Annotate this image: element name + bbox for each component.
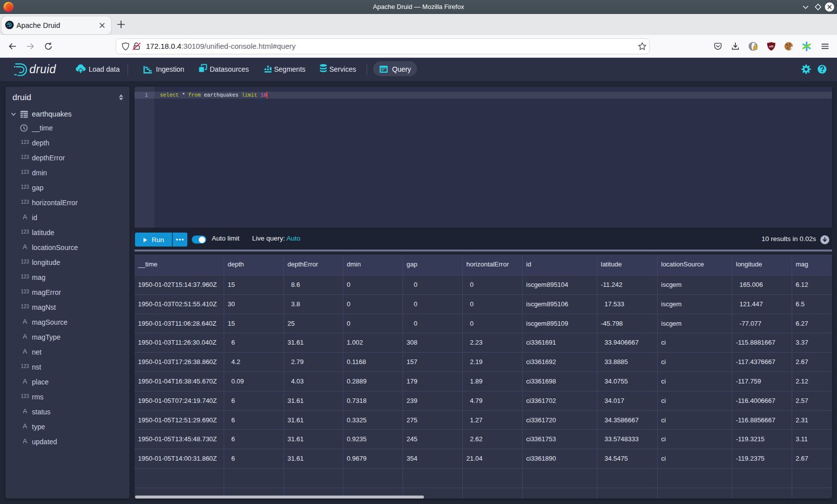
svg-text:uO: uO <box>769 44 774 48</box>
